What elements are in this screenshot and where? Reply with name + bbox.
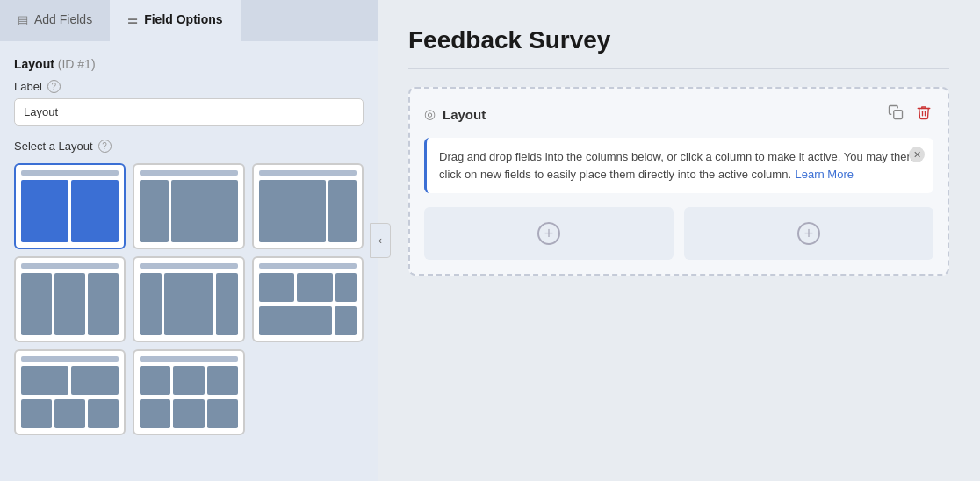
left-panel: ▤ Add Fields ⚌ Field Options Layout (ID … [0, 0, 378, 481]
layout-option-3[interactable] [14, 256, 126, 342]
layout-option-5[interactable] [252, 256, 364, 342]
collapse-toggle[interactable]: ‹ [370, 223, 391, 258]
label-field-label: Label [14, 80, 42, 93]
columns-row: + + [424, 207, 933, 260]
layout-widget: ◎ Layout [408, 87, 949, 276]
widget-header: ◎ Layout [424, 103, 933, 126]
panel-content: Layout (ID #1) Label ? Select a Layout ? [0, 41, 378, 481]
widget-actions [886, 103, 933, 126]
tab-add-fields[interactable]: ▤ Add Fields [0, 0, 110, 41]
label-row: Label ? [14, 80, 364, 93]
layout-option-6[interactable] [14, 349, 126, 435]
dismiss-button[interactable]: ✕ [909, 147, 925, 162]
layout-grid [14, 163, 364, 435]
column-placeholder-right[interactable]: + [684, 207, 933, 260]
add-field-right-icon: + [797, 222, 820, 245]
tab-field-options[interactable]: ⚌ Field Options [110, 0, 240, 41]
tabs-bar: ▤ Add Fields ⚌ Field Options [0, 0, 378, 41]
layout-option-1[interactable] [133, 163, 244, 249]
add-fields-icon: ▤ [18, 13, 28, 26]
svg-rect-0 [894, 111, 903, 119]
duplicate-button[interactable] [886, 103, 905, 126]
column-placeholder-left[interactable]: + [424, 207, 674, 260]
widget-title-row: ◎ Layout [424, 106, 486, 122]
layout-option-4[interactable] [133, 256, 244, 342]
layout-option-0[interactable] [14, 163, 126, 249]
add-field-left-icon: + [537, 222, 560, 245]
survey-title: Feedback Survey [408, 26, 949, 54]
delete-button[interactable] [914, 103, 933, 126]
field-options-icon: ⚌ [127, 13, 138, 26]
label-help-icon[interactable]: ? [47, 80, 61, 93]
widget-info-box: Drag and drop fields into the columns be… [424, 138, 933, 193]
layout-section-title: Layout (ID #1) [14, 57, 364, 71]
select-layout-label: Select a Layout [14, 140, 93, 153]
learn-more-link[interactable]: Learn More [795, 168, 853, 181]
survey-divider [408, 68, 949, 69]
layout-widget-icon: ◎ [424, 106, 436, 122]
widget-title: Layout [443, 107, 486, 122]
select-layout-row: Select a Layout ? [14, 140, 364, 153]
right-panel: Feedback Survey ◎ Layout [378, 0, 980, 481]
select-layout-help-icon[interactable]: ? [98, 140, 112, 153]
label-input[interactable] [14, 98, 364, 126]
widget-info-content: Drag and drop fields into the columns be… [439, 148, 921, 183]
layout-option-7[interactable] [133, 349, 244, 435]
layout-option-2[interactable] [252, 163, 364, 249]
